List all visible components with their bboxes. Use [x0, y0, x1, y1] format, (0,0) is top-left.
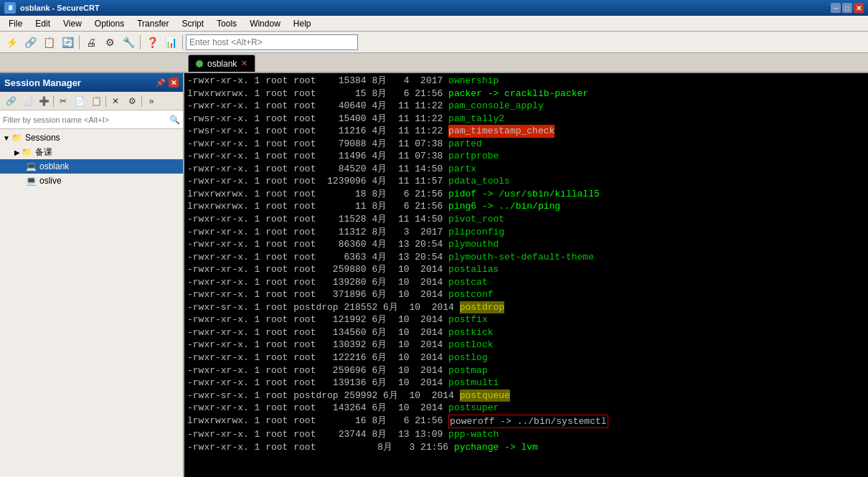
term-line: -rwxr-xr-x. 1 root root 134560 6月 10 201…	[187, 326, 865, 339]
sidebar-toolbar-sep-1	[53, 95, 54, 107]
sidebar-connect-button[interactable]: 🔗	[3, 94, 19, 108]
term-line: -rwxr-xr-x. 1 root root 1239096 4月 11 11…	[187, 175, 865, 188]
term-line: -rwxr-sr-x. 1 root postdrop 218552 6月 10…	[187, 301, 865, 314]
sidebar-delete-button[interactable]: ✕	[108, 94, 123, 108]
tree-label-beike: 备课	[35, 146, 180, 159]
session-manager-sidebar: Session Manager 📌 ✕ 🔗 ⬜ ➕ ✂ 📄 📋 ✕ ⚙ »	[0, 73, 184, 477]
tab-label: osblank	[207, 59, 237, 69]
term-line: lrwxrwxrwx. 1 root root 11 8月 6 21:56 pi…	[187, 200, 865, 213]
term-line: -rwxr-xr-x. 1 root root 11496 4月 11 07:3…	[187, 150, 865, 163]
term-line: -rwxr-xr-x. 1 root root 139280 6月 10 201…	[187, 276, 865, 289]
term-line: -rwxr-xr-x. 1 root root 143264 6月 10 201…	[187, 402, 865, 415]
app-icon: 🖥	[4, 2, 16, 14]
sidebar-toolbar: 🔗 ⬜ ➕ ✂ 📄 📋 ✕ ⚙ »	[0, 92, 183, 110]
maximize-button[interactable]: □	[842, 3, 852, 13]
toolbar-help-button[interactable]: ❓	[143, 34, 161, 51]
toolbar-settings-button[interactable]: ⚙	[101, 34, 118, 51]
tree-arrow-beike[interactable]: ▶	[14, 148, 20, 156]
sidebar-toolbar-sep-3	[141, 95, 142, 107]
window-title: osblank - SecureCRT	[20, 4, 831, 12]
menu-window[interactable]: Window	[244, 17, 286, 30]
term-line: -rwxr-xr-x. 1 root root 84520 4月 11 14:5…	[187, 163, 865, 176]
term-line: -rwxr-xr-x. 1 root root 259696 6月 10 201…	[187, 364, 865, 377]
title-bar: 🖥 osblank - SecureCRT ─ □ ✕	[0, 0, 868, 16]
tab-bar: osblank ✕	[0, 53, 868, 73]
menu-file[interactable]: File	[3, 17, 28, 30]
term-line: -rwxr-xr-x. 1 root root 6363 4月 13 20:54…	[187, 251, 865, 264]
main-content: Session Manager 📌 ✕ 🔗 ⬜ ➕ ✂ 📄 📋 ✕ ⚙ »	[0, 73, 868, 477]
toolbar-separator-3	[182, 35, 183, 49]
toolbar-refresh-button[interactable]: 🔄	[59, 34, 76, 51]
search-icon: 🔍	[169, 115, 180, 125]
term-line: -rwxr-xr-x. 1 root root 40640 4月 11 11:2…	[187, 100, 865, 113]
menu-bar: File Edit View Options Transfer Script T…	[0, 16, 868, 32]
sidebar-header-icons: 📌 ✕	[156, 77, 179, 88]
close-button[interactable]: ✕	[854, 3, 864, 13]
term-line: -rwxr-xr-x. 1 root root 259880 6月 10 201…	[187, 263, 865, 276]
tab-status-indicator	[196, 60, 203, 67]
term-line: -rwxr-xr-x. 1 root root 86360 4月 13 20:5…	[187, 238, 865, 251]
menu-help[interactable]: Help	[288, 17, 317, 30]
tree-item-sessions[interactable]: ▼ 📁 Sessions	[0, 131, 183, 145]
toolbar-separator-1	[79, 35, 80, 49]
window-controls: ─ □ ✕	[831, 3, 864, 13]
sidebar-toolbar-sep-2	[105, 95, 106, 107]
main-toolbar: ⚡ 🔗 📋 🔄 🖨 ⚙ 🔧 ❓ 📊	[0, 32, 868, 53]
toolbar-copy-button[interactable]: 📋	[40, 34, 57, 51]
term-line: -rwxr-xr-x. 1 root root 23744 8月 13 13:0…	[187, 428, 865, 441]
session-icon-osblank: 💻	[26, 161, 37, 171]
menu-view[interactable]: View	[57, 17, 88, 30]
toolbar-graph-button[interactable]: 📊	[162, 34, 179, 51]
folder-icon-sessions: 📁	[11, 133, 22, 143]
minimize-button[interactable]: ─	[831, 3, 841, 13]
menu-tools[interactable]: Tools	[211, 17, 242, 30]
sidebar-cut-button[interactable]: ✂	[55, 94, 71, 108]
toolbar-link-button[interactable]: 🔗	[22, 34, 39, 51]
term-line: -rwxr-xr-x. 1 root root 8月 3 21:56 pycha…	[187, 441, 865, 454]
term-line: lrwxrwxrwx. 1 root root 16 8月 6 21:56 po…	[187, 415, 865, 429]
sidebar-add-button[interactable]: ➕	[36, 94, 52, 108]
term-line: -rwxr-xr-x. 1 root root 11528 4月 11 14:5…	[187, 213, 865, 226]
host-input[interactable]	[186, 34, 358, 50]
tree-label-osblank: osblank	[39, 161, 180, 171]
sidebar-tree: ▼ 📁 Sessions ▶ 📁 备课 💻 osblank 💻 oslive	[0, 129, 183, 477]
tab-osblank[interactable]: osblank ✕	[188, 55, 255, 72]
sidebar-close-button[interactable]: ✕	[169, 77, 179, 88]
folder-icon-beike: 📁	[22, 147, 32, 157]
sidebar-paste-button[interactable]: 📋	[88, 94, 104, 108]
tab-close-button[interactable]: ✕	[241, 59, 247, 68]
sidebar-search-bar: 🔍	[0, 110, 183, 129]
sidebar-more-button[interactable]: »	[143, 94, 159, 108]
term-line: -rwxr-xr-x. 1 root root 130392 6月 10 201…	[187, 339, 865, 351]
toolbar-separator-2	[140, 35, 141, 49]
toolbar-filter-button[interactable]: 🔧	[120, 34, 137, 51]
tree-label-sessions: Sessions	[25, 133, 180, 143]
term-line: -rwxr-xr-x. 1 root root 139136 6月 10 201…	[187, 377, 865, 389]
tree-item-oslive[interactable]: 💻 oslive	[0, 174, 183, 188]
session-search-input[interactable]	[3, 115, 168, 124]
terminal-content[interactable]: -rwxr-xr-x. 1 root root 15384 8月 4 2017 …	[184, 73, 868, 477]
tree-arrow-sessions[interactable]: ▼	[3, 134, 10, 142]
sidebar-settings-button[interactable]: ⚙	[124, 94, 140, 108]
term-line: -rwxr-xr-x. 1 root root 121992 6月 10 201…	[187, 313, 865, 326]
toolbar-print-button[interactable]: 🖨	[82, 34, 100, 51]
menu-edit[interactable]: Edit	[29, 17, 56, 30]
term-line: -rwxr-xr-x. 1 root root 371896 6月 10 201…	[187, 288, 865, 301]
sidebar-tab-button[interactable]: ⬜	[19, 94, 35, 108]
pin-icon[interactable]: 📌	[156, 78, 166, 88]
session-icon-oslive: 💻	[26, 176, 37, 186]
sidebar-copy-btn[interactable]: 📄	[72, 94, 88, 108]
tree-item-beike[interactable]: ▶ 📁 备课	[0, 145, 183, 159]
term-line: -rwsr-xr-x. 1 root root 15400 4月 11 11:2…	[187, 113, 865, 126]
term-line: -rwxr-xr-x. 1 root root 11312 8月 3 2017 …	[187, 226, 865, 239]
term-line: lrwxrwxrwx. 1 root root 18 8月 6 21:56 pi…	[187, 188, 865, 201]
term-line: lrwxrwxrwx. 1 root root 15 8月 6 21:56 pa…	[187, 88, 865, 100]
menu-transfer[interactable]: Transfer	[131, 17, 174, 30]
tree-item-osblank[interactable]: 💻 osblank	[0, 159, 183, 174]
menu-script[interactable]: Script	[176, 17, 209, 30]
toolbar-lightning-button[interactable]: ⚡	[3, 34, 20, 51]
menu-options[interactable]: Options	[89, 17, 130, 30]
term-line: -rwxr-xr-x. 1 root root 79088 4月 11 07:3…	[187, 138, 865, 151]
tree-label-oslive: oslive	[39, 176, 180, 186]
terminal-area: -rwxr-xr-x. 1 root root 15384 8月 4 2017 …	[184, 73, 868, 477]
